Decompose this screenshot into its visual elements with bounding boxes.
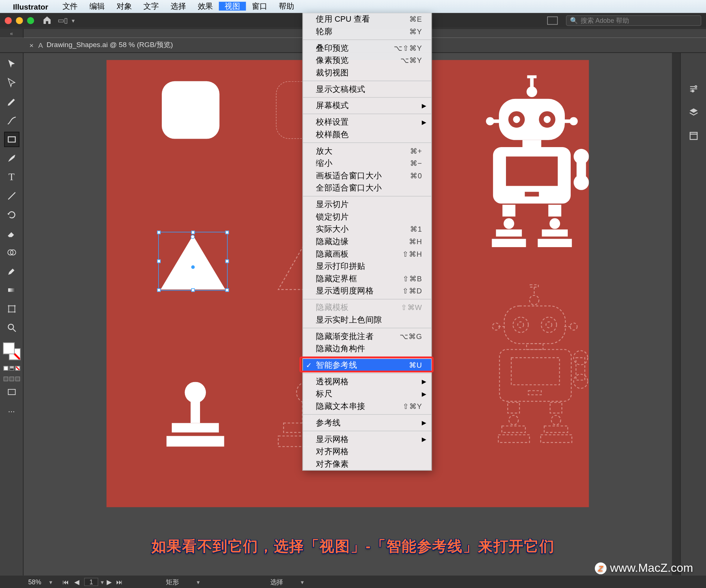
- chip-solid[interactable]: [3, 366, 8, 371]
- menu-item-使用 CPU 查看[interactable]: 使用 CPU 查看⌘E: [303, 13, 431, 25]
- menu-item-显示打印拼贴[interactable]: 显示打印拼贴: [303, 260, 431, 272]
- menu-效果[interactable]: 效果: [192, 2, 219, 11]
- menu-item-隐藏文本串接[interactable]: 隐藏文本串接⇧⌘Y: [303, 400, 431, 413]
- workspace-layout-icon[interactable]: ▭▯: [58, 17, 68, 25]
- menu-视图[interactable]: 视图: [219, 2, 246, 11]
- resize-handle[interactable]: [225, 260, 229, 263]
- center-point[interactable]: [191, 265, 195, 269]
- menu-文件[interactable]: 文件: [57, 2, 84, 11]
- menu-item-隐藏画板[interactable]: 隐藏画板⇧⌘H: [303, 248, 431, 260]
- minimize-window-button[interactable]: [16, 17, 23, 24]
- resize-handle[interactable]: [157, 288, 161, 292]
- resize-handle[interactable]: [191, 231, 195, 234]
- menu-item-校样颜色[interactable]: 校样颜色: [303, 128, 431, 141]
- menu-item-显示实时上色间隙[interactable]: 显示实时上色间隙: [303, 314, 431, 326]
- menu-item-隐藏边缘[interactable]: 隐藏边缘⌘H: [303, 235, 431, 248]
- menu-item-显示网格[interactable]: 显示网格▶: [303, 433, 431, 446]
- rotate-tool[interactable]: [4, 207, 19, 222]
- menu-文字[interactable]: 文字: [138, 2, 165, 11]
- menu-item-校样设置[interactable]: 校样设置▶: [303, 116, 431, 128]
- prev-artboard-button[interactable]: ◀: [72, 577, 81, 587]
- close-tab-icon[interactable]: ×: [29, 41, 33, 49]
- rectangle-tool[interactable]: [4, 132, 19, 147]
- menu-对象[interactable]: 对象: [111, 2, 138, 11]
- resize-handle[interactable]: [225, 231, 229, 234]
- menu-item-裁切视图[interactable]: 裁切视图: [303, 67, 431, 79]
- close-window-button[interactable]: [5, 17, 12, 24]
- status-dropdown-icon[interactable]: ▾: [197, 579, 200, 585]
- zoom-tool[interactable]: [4, 320, 19, 335]
- libraries-panel-icon[interactable]: [687, 129, 700, 142]
- selection-bounding-box[interactable]: [158, 232, 228, 291]
- artboard-field[interactable]: 1: [84, 578, 99, 586]
- menu-item-画板适合窗口大小[interactable]: 画板适合窗口大小⌘0: [303, 170, 431, 182]
- joystick-solid-shape[interactable]: [163, 382, 228, 455]
- zoom-window-button[interactable]: [27, 17, 34, 24]
- line-tool[interactable]: [4, 188, 19, 204]
- properties-panel-icon[interactable]: [687, 82, 700, 95]
- chevron-down-icon[interactable]: ▾: [72, 17, 75, 24]
- menu-item-锁定切片[interactable]: 锁定切片: [303, 211, 431, 223]
- next-artboard-button[interactable]: ▶: [104, 577, 114, 587]
- zoom-dropdown-icon[interactable]: ▾: [49, 579, 52, 585]
- fill-swatch[interactable]: [3, 342, 14, 354]
- edit-toolbar-button[interactable]: ···: [4, 404, 19, 419]
- menu-编辑[interactable]: 编辑: [83, 2, 111, 11]
- resize-handle[interactable]: [157, 260, 161, 263]
- resize-handle[interactable]: [157, 231, 161, 234]
- paintbrush-tool[interactable]: [4, 151, 19, 166]
- menu-item-叠印预览[interactable]: 叠印预览⌥⇧⌘Y: [303, 42, 431, 54]
- direct-selection-tool[interactable]: [4, 75, 19, 91]
- menu-item-隐藏定界框[interactable]: 隐藏定界框⇧⌘B: [303, 272, 431, 285]
- chip-gradient[interactable]: [9, 366, 14, 371]
- menu-item-对齐网格[interactable]: 对齐网格: [303, 445, 431, 458]
- corner-widget[interactable]: [190, 235, 195, 239]
- menu-item-隐藏渐变批注者[interactable]: 隐藏渐变批注者⌥⌘G: [303, 330, 431, 343]
- chip-none[interactable]: [15, 366, 20, 371]
- draw-behind[interactable]: [9, 377, 14, 381]
- menu-item-像素预览[interactable]: 像素预览⌥⌘Y: [303, 54, 431, 67]
- menu-item-显示文稿模式[interactable]: 显示文稿模式: [303, 83, 431, 96]
- menu-item-显示透明度网格[interactable]: 显示透明度网格⇧⌘D: [303, 285, 431, 297]
- home-icon[interactable]: [42, 15, 52, 26]
- menu-item-标尺[interactable]: 标尺▶: [303, 388, 431, 400]
- document-setup-icon[interactable]: [547, 17, 558, 25]
- curvature-tool[interactable]: [4, 113, 19, 128]
- help-search-field[interactable]: 🔍 搜索 Adobe 帮助: [566, 15, 701, 26]
- pen-tool[interactable]: [4, 94, 19, 110]
- draw-inside[interactable]: [15, 377, 20, 381]
- draw-normal[interactable]: [3, 377, 8, 381]
- menu-选择[interactable]: 选择: [165, 2, 192, 11]
- menu-item-实际大小[interactable]: 实际大小⌘1: [303, 223, 431, 235]
- white-rounded-rect[interactable]: [162, 81, 220, 139]
- last-artboard-button[interactable]: ⏭: [115, 577, 124, 587]
- resize-handle[interactable]: [191, 288, 195, 292]
- vertical-scrollbar[interactable]: [672, 53, 680, 575]
- artboard-tool[interactable]: [4, 301, 19, 317]
- eyedropper-tool[interactable]: [4, 264, 19, 279]
- document-tab[interactable]: × A Drawing_Shapes.ai @ 58 % (RGB/预览): [24, 38, 179, 53]
- robot-dashed-shape[interactable]: [460, 284, 589, 460]
- first-artboard-button[interactable]: ⏮: [61, 577, 71, 587]
- robot-solid-shape[interactable]: [451, 74, 589, 263]
- type-tool[interactable]: T: [4, 170, 19, 185]
- layers-panel-icon[interactable]: [687, 106, 700, 119]
- app-name[interactable]: Illustrator: [13, 2, 48, 11]
- eraser-tool[interactable]: [4, 226, 19, 241]
- zoom-field[interactable]: 58%: [24, 578, 46, 585]
- menu-item-屏幕模式[interactable]: 屏幕模式▶: [303, 99, 431, 112]
- shape-builder-tool[interactable]: [4, 245, 19, 260]
- status-dropdown-icon-2[interactable]: ▾: [301, 579, 304, 585]
- menu-item-显示切片[interactable]: 显示切片: [303, 198, 431, 211]
- fill-stroke-swatches[interactable]: [3, 342, 20, 360]
- menu-item-轮廓[interactable]: 轮廓⌘Y: [303, 25, 431, 38]
- screen-mode-tool[interactable]: [4, 385, 19, 400]
- menu-item-透视网格[interactable]: 透视网格▶: [303, 375, 431, 388]
- gradient-tool[interactable]: [4, 282, 19, 298]
- resize-handle[interactable]: [225, 288, 229, 292]
- menu-item-参考线[interactable]: 参考线▶: [303, 417, 431, 429]
- menu-item-智能参考线[interactable]: ✓智能参考线⌘U: [303, 359, 431, 371]
- artboard-dropdown-icon[interactable]: ▾: [101, 579, 104, 585]
- menu-帮助[interactable]: 帮助: [273, 2, 300, 11]
- menu-窗口[interactable]: 窗口: [246, 2, 273, 11]
